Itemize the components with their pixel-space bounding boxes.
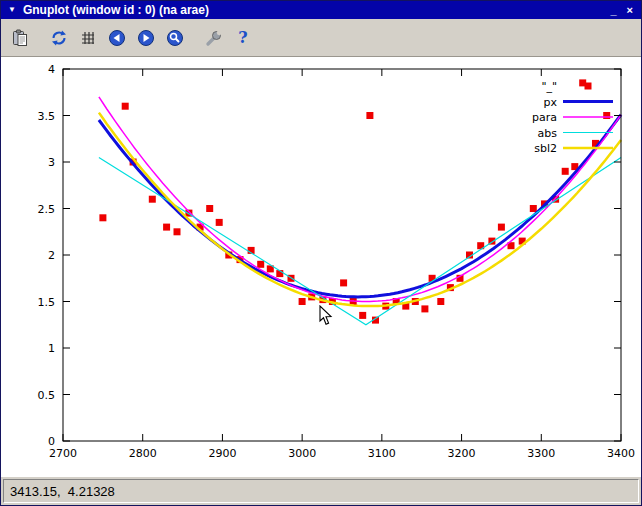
curve-abs bbox=[99, 157, 621, 324]
data-point bbox=[366, 112, 373, 119]
y-tick-label: 0.5 bbox=[38, 389, 56, 402]
data-point bbox=[122, 103, 129, 110]
x-tick-label: 3200 bbox=[448, 447, 476, 460]
data-point bbox=[174, 228, 181, 235]
x-tick-label: 3400 bbox=[607, 447, 635, 460]
y-tick-label: 1.5 bbox=[38, 296, 56, 309]
title-bar[interactable]: ▼ Gnuplot (window id : 0) (na arae) _ × bbox=[1, 1, 641, 19]
data-point bbox=[359, 312, 366, 319]
x-tick-label: 2700 bbox=[49, 447, 77, 460]
y-tick-label: 3.5 bbox=[38, 110, 56, 123]
magnifier-icon bbox=[166, 29, 184, 47]
y-tick-label: 4 bbox=[48, 63, 55, 76]
data-point bbox=[163, 224, 170, 231]
configure-button[interactable] bbox=[201, 25, 227, 51]
next-zoom-button[interactable] bbox=[133, 25, 159, 51]
legend-label: abs bbox=[538, 127, 558, 140]
grid-icon bbox=[79, 29, 97, 47]
y-tick-label: 3 bbox=[48, 156, 55, 169]
x-tick-label: 3000 bbox=[288, 447, 316, 460]
data-point bbox=[206, 205, 213, 212]
wrench-icon bbox=[205, 29, 223, 47]
question-icon: ? bbox=[238, 28, 247, 47]
x-tick-label: 3300 bbox=[527, 447, 555, 460]
legend-sample-point bbox=[585, 83, 592, 90]
data-point bbox=[421, 305, 428, 312]
previous-zoom-button[interactable] bbox=[104, 25, 130, 51]
x-tick-label: 2900 bbox=[208, 447, 236, 460]
window-menu-icon[interactable]: ▼ bbox=[8, 6, 16, 14]
y-tick-label: 2.5 bbox=[38, 203, 56, 216]
x-tick-label: 2800 bbox=[129, 447, 157, 460]
data-point bbox=[530, 205, 537, 212]
data-point bbox=[340, 279, 347, 286]
coordinate-readout: 3413.15, 4.21328 bbox=[3, 479, 639, 503]
status-bar: 3413.15, 4.21328 bbox=[1, 477, 641, 505]
help-button[interactable]: ? bbox=[230, 25, 256, 51]
data-point bbox=[299, 298, 306, 305]
plot-canvas[interactable]: 2700280029003000310032003300340000.511.5… bbox=[1, 57, 641, 477]
autoscale-button[interactable] bbox=[162, 25, 188, 51]
data-point bbox=[498, 224, 505, 231]
copy-to-clipboard-button[interactable] bbox=[7, 25, 33, 51]
clipboard-icon bbox=[11, 29, 29, 47]
legend-label: para bbox=[532, 111, 557, 124]
toolbar: ? bbox=[1, 19, 641, 57]
close-button[interactable]: × bbox=[627, 5, 633, 15]
legend-label: sbl2 bbox=[534, 142, 557, 155]
data-point bbox=[603, 112, 610, 119]
gnuplot-window: ▼ Gnuplot (window id : 0) (na arae) _ × bbox=[0, 0, 642, 506]
axis-box bbox=[63, 69, 621, 441]
data-point bbox=[99, 214, 106, 221]
y-tick-label: 0 bbox=[48, 435, 55, 448]
data-point bbox=[257, 261, 264, 268]
zoom-next-icon bbox=[137, 29, 155, 47]
minimize-button[interactable]: _ bbox=[610, 5, 616, 15]
data-point bbox=[437, 298, 444, 305]
zoom-previous-icon bbox=[108, 29, 126, 47]
plot-area: 2700280029003000310032003300340000.511.5… bbox=[1, 57, 641, 477]
legend-label: "_" bbox=[541, 80, 557, 93]
y-tick-label: 1 bbox=[48, 342, 55, 355]
legend-label: px bbox=[544, 96, 558, 109]
window-title: Gnuplot (window id : 0) (na arae) bbox=[23, 4, 611, 16]
replot-button[interactable] bbox=[46, 25, 72, 51]
data-point bbox=[149, 196, 156, 203]
refresh-icon bbox=[50, 29, 68, 47]
toggle-grid-button[interactable] bbox=[75, 25, 101, 51]
data-point bbox=[562, 168, 569, 175]
y-tick-label: 2 bbox=[48, 249, 55, 262]
data-point bbox=[216, 219, 223, 226]
x-tick-label: 3100 bbox=[368, 447, 396, 460]
window-controls: _ × bbox=[610, 5, 633, 15]
